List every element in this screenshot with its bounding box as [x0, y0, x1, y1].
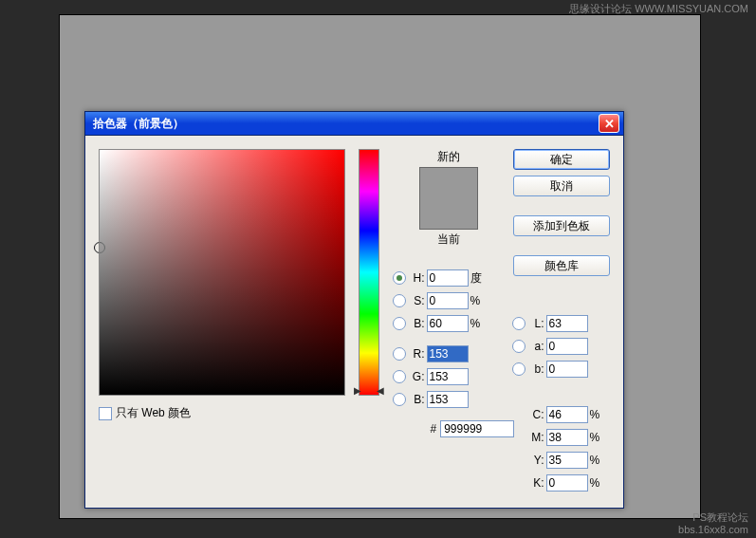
radio-a[interactable]: [512, 340, 526, 353]
input-r[interactable]: [427, 345, 469, 362]
input-a[interactable]: [546, 338, 588, 355]
radio-g[interactable]: [393, 370, 406, 383]
unit-h: 度: [470, 270, 486, 287]
radio-r[interactable]: [393, 347, 406, 361]
label-g: G:: [408, 370, 425, 383]
current-label: 当前: [393, 232, 505, 248]
radio-l[interactable]: [512, 317, 526, 330]
cancel-button[interactable]: 取消: [513, 176, 610, 196]
label-hex: #: [431, 422, 437, 436]
add-swatch-button[interactable]: 添加到色板: [513, 215, 610, 236]
only-web-checkbox[interactable]: [99, 407, 112, 420]
radio-bb[interactable]: [393, 393, 406, 406]
saturation-brightness-field[interactable]: [99, 149, 345, 396]
close-icon: ✕: [604, 117, 615, 131]
label-lb: b:: [527, 362, 544, 376]
input-b[interactable]: [427, 315, 469, 332]
only-web-label: 只有 Web 颜色: [116, 405, 191, 421]
label-s: S:: [408, 294, 425, 307]
label-b: B:: [408, 317, 425, 330]
triangle-right-icon: ▶: [354, 385, 361, 396]
label-c: C:: [527, 408, 544, 421]
unit-c: %: [590, 408, 605, 421]
dialog-title: 拾色器（前景色）: [93, 116, 184, 132]
label-y: Y:: [527, 454, 544, 467]
color-library-button[interactable]: 颜色库: [513, 255, 610, 276]
close-button[interactable]: ✕: [599, 114, 619, 133]
label-r: R:: [408, 347, 425, 361]
input-k[interactable]: [546, 474, 588, 492]
label-h: H:: [408, 271, 425, 285]
input-y[interactable]: [546, 452, 588, 469]
input-h[interactable]: [427, 269, 469, 287]
input-l[interactable]: [546, 315, 588, 332]
watermark-bottom: PS教程论坛 bbs.16xx8.com: [678, 511, 748, 536]
swatch-new[interactable]: [420, 168, 477, 198]
swatch-current[interactable]: [420, 198, 477, 229]
label-l: L:: [527, 317, 544, 330]
radio-h[interactable]: [393, 271, 406, 285]
radio-lb[interactable]: [512, 362, 526, 376]
radio-s[interactable]: [393, 294, 406, 307]
label-a: a:: [527, 340, 544, 353]
unit-m: %: [590, 431, 605, 444]
hue-slider-thumb[interactable]: ▶ ◀: [354, 385, 384, 396]
color-swatch: [419, 167, 478, 230]
unit-s: %: [470, 294, 486, 307]
color-picker-dialog: 拾色器（前景色） ✕ 只有 Web 颜色 ▶ ◀ 新的: [84, 111, 624, 509]
input-m[interactable]: [546, 429, 588, 446]
color-cursor: [94, 242, 105, 253]
radio-b[interactable]: [393, 317, 406, 330]
label-m: M:: [527, 431, 544, 444]
unit-k: %: [590, 476, 605, 490]
input-s[interactable]: [427, 292, 469, 309]
ok-button[interactable]: 确定: [513, 149, 610, 170]
titlebar[interactable]: 拾色器（前景色） ✕: [85, 112, 623, 136]
triangle-left-icon: ◀: [377, 385, 384, 396]
input-lb[interactable]: [546, 361, 588, 378]
input-hex[interactable]: [440, 420, 514, 437]
unit-b: %: [470, 317, 486, 330]
input-c[interactable]: [546, 406, 588, 423]
hue-slider[interactable]: ▶ ◀: [359, 149, 378, 396]
input-bb[interactable]: [427, 391, 469, 408]
input-g[interactable]: [427, 368, 469, 385]
new-label: 新的: [393, 149, 505, 165]
unit-y: %: [590, 454, 605, 467]
label-bb: B:: [408, 393, 425, 406]
label-k: K:: [527, 476, 544, 490]
